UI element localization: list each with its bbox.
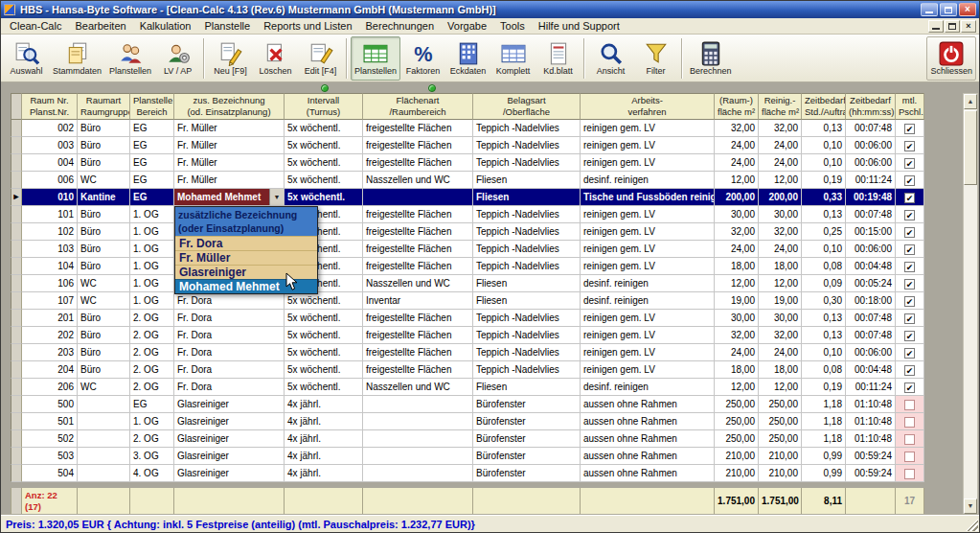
pschl-checkbox[interactable]: ✔ [904, 279, 915, 290]
dropdown-arrow-button[interactable]: ▼ [269, 189, 284, 205]
cell-std[interactable]: 0,13 [802, 327, 846, 344]
pschl-checkbox[interactable] [904, 469, 915, 479]
table-row[interactable]: 5044. OGGlasreiniger4x jährl.Bürofenster… [11, 465, 924, 482]
menu-reports-und-listen[interactable]: Reports und Listen [257, 19, 358, 33]
cell-bereich[interactable]: 1. OG [130, 258, 174, 275]
cell-bereich[interactable]: 1. OG [130, 413, 174, 430]
cell-zeit[interactable]: 00:18:00 [846, 292, 896, 310]
cell-zeit[interactable]: 00:11:24 [846, 172, 896, 189]
cell-bereich[interactable]: 2. OG [130, 310, 174, 327]
cell-intervall[interactable]: 5x wöchentl. [285, 137, 363, 154]
table-row[interactable]: 104Büro1. OG5x wöchentl.freigestellte Fl… [11, 258, 924, 275]
menu-clean-calc[interactable]: Clean-Calc [3, 19, 68, 33]
table-row[interactable]: 002BüroEGFr. Müller5x wöchentl.freigeste… [11, 120, 924, 137]
cell-zeit[interactable]: 00:05:24 [846, 275, 896, 292]
cell-bereich[interactable]: 2. OG [130, 430, 174, 448]
pschl-checkbox[interactable] [904, 417, 915, 428]
cell-flaeche[interactable]: Nasszellen und WC [363, 379, 473, 396]
table-row[interactable]: 004BüroEGFr. Müller5x wöchentl.freigeste… [11, 154, 924, 172]
cell-pschl[interactable]: ✔ [896, 292, 924, 310]
cell-bez[interactable]: Glasreiniger [174, 396, 285, 413]
scroll-up-button[interactable]: ▲ [964, 94, 977, 109]
pschl-checkbox[interactable]: ✔ [904, 313, 915, 324]
cell-raum[interactable]: 24,00 [715, 154, 759, 172]
cell-bez[interactable]: Fr. Müller [174, 172, 285, 189]
toolbar-button-planstellen[interactable]: Planstellen [351, 36, 400, 81]
table-row[interactable]: 5011. OGGlasreiniger4x jährl.Bürofenster… [11, 413, 924, 430]
menu-bearbeiten[interactable]: Bearbeiten [68, 19, 132, 33]
cell-reinig[interactable]: 250,00 [759, 396, 802, 413]
cell-belag[interactable]: Teppich -Nadelvlies [473, 310, 581, 327]
cell-flaeche[interactable]: freigestellte Flächen [363, 120, 473, 137]
cell-belag[interactable]: Teppich -Nadelvlies [473, 120, 581, 137]
cell-nr[interactable]: 006 [22, 172, 78, 189]
toolbar-button-kd-blatt[interactable]: Kd.blatt [536, 36, 581, 81]
cell-nr[interactable]: 202 [22, 327, 78, 344]
cell-nr[interactable]: 204 [22, 361, 78, 379]
cell-flaeche[interactable]: freigestellte Flächen [363, 206, 473, 223]
table-row[interactable]: 006WCEGFr. Müller5x wöchentl.Nasszellen … [11, 172, 924, 189]
toolbar-button-auswahl[interactable]: Auswahl [4, 36, 49, 81]
cell-art[interactable]: Büro [78, 258, 130, 275]
cell-bereich[interactable]: 2. OG [130, 379, 174, 396]
cell-flaeche[interactable]: freigestellte Flächen [363, 154, 473, 172]
cell-bereich[interactable]: EG [130, 172, 174, 189]
pschl-checkbox[interactable]: ✔ [904, 244, 915, 255]
toolbar-button-faktoren[interactable]: %Faktoren [400, 36, 445, 81]
cell-verfahren[interactable]: aussen ohne Rahmen [581, 465, 715, 482]
minimize-button[interactable] [921, 3, 938, 16]
cell-std[interactable]: 0,10 [802, 344, 846, 361]
cell-nr[interactable]: 004 [22, 154, 78, 172]
cell-flaeche[interactable]: freigestellte Flächen [363, 258, 473, 275]
cell-nr[interactable]: 002 [22, 120, 78, 137]
cell-art[interactable]: WC [78, 275, 130, 292]
cell-art[interactable]: WC [78, 379, 130, 396]
cell-reinig[interactable]: 200,00 [759, 189, 802, 206]
cell-intervall[interactable]: 4x jährl. [285, 430, 363, 448]
cell-zeit[interactable]: 00:06:00 [846, 154, 896, 172]
cell-intervall[interactable]: 5x wöchentl. [285, 189, 363, 206]
cell-pschl[interactable]: ✔ [896, 258, 924, 275]
cell-zeit[interactable]: 00:04:48 [846, 361, 896, 379]
cell-belag[interactable]: Teppich -Nadelvlies [473, 223, 581, 241]
cell-belag[interactable]: Fliesen [473, 275, 581, 292]
cell-pschl[interactable]: ✔ [896, 154, 924, 172]
col-header-reinig-fläche-m[interactable]: Reinig.-fläche m² [759, 93, 802, 120]
pschl-checkbox[interactable]: ✔ [904, 227, 915, 238]
resize-grip[interactable] [966, 519, 978, 531]
cell-zeit[interactable]: 00:07:48 [846, 310, 896, 327]
cell-nr[interactable]: 104 [22, 258, 78, 275]
cell-art[interactable]: WC [78, 172, 130, 189]
cell-verfahren[interactable]: aussen ohne Rahmen [581, 430, 715, 448]
cell-art[interactable]: Büro [78, 327, 130, 344]
cell-bez[interactable]: Fr. Müller [174, 137, 285, 154]
table-row[interactable]: 202Büro2. OGFr. Dora5x wöchentl.freigest… [11, 327, 924, 344]
table-row[interactable]: 500EGGlasreiniger4x jährl.Bürofensteraus… [11, 396, 924, 413]
cell-zeit[interactable]: 00:07:48 [846, 206, 896, 223]
cell-reinig[interactable]: 19,00 [759, 292, 802, 310]
close-button[interactable]: × [959, 3, 976, 16]
cell-flaeche[interactable]: Nasszellen und WC [363, 275, 473, 292]
cell-pschl[interactable]: ✔ [896, 361, 924, 379]
cell-pschl[interactable]: ✔ [896, 310, 924, 327]
cell-zeit[interactable]: 00:06:00 [846, 344, 896, 361]
pschl-checkbox[interactable]: ✔ [904, 124, 915, 134]
cell-raum[interactable]: 30,00 [715, 310, 759, 327]
cell-art[interactable]: Büro [78, 241, 130, 258]
cell-reinig[interactable]: 24,00 [759, 137, 802, 154]
cell-bereich[interactable]: 1. OG [130, 275, 174, 292]
table-row[interactable]: 003BüroEGFr. Müller5x wöchentl.freigeste… [11, 137, 924, 154]
cell-bereich[interactable]: EG [130, 137, 174, 154]
cell-std[interactable]: 1,18 [802, 413, 846, 430]
cell-reinig[interactable]: 32,00 [759, 223, 802, 241]
cell-flaeche[interactable]: freigestellte Flächen [363, 361, 473, 379]
cell-belag[interactable]: Bürofenster [473, 396, 581, 413]
cell-std[interactable]: 0,08 [802, 361, 846, 379]
cell-art[interactable]: Büro [78, 344, 130, 361]
cell-flaeche[interactable]: freigestellte Flächen [363, 344, 473, 361]
mdi-minimize-button[interactable] [928, 20, 944, 33]
cell-verfahren[interactable]: desinf. reinigen [581, 292, 715, 310]
cell-std[interactable]: 0,08 [802, 258, 846, 275]
cell-bez[interactable]: Fr. Dora [174, 379, 285, 396]
cell-bez[interactable]: Mohamed Mehmet▼ [174, 189, 285, 206]
